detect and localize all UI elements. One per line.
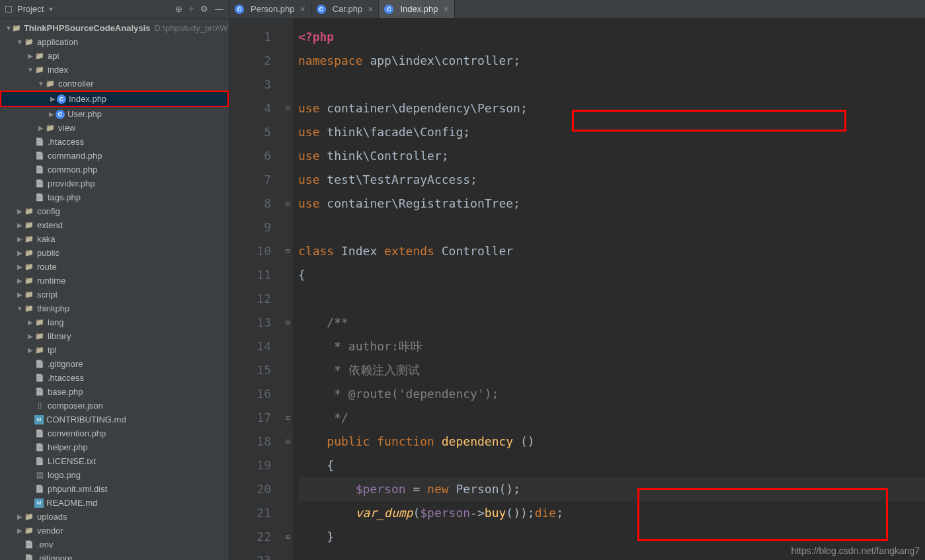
- tree-item[interactable]: controller: [0, 77, 229, 91]
- fold-marker[interactable]: [282, 287, 293, 311]
- tree-arrow-icon[interactable]: [37, 80, 45, 87]
- tree-arrow-icon[interactable]: [16, 249, 24, 257]
- code-line[interactable]: use think\facade\Config;: [298, 120, 925, 144]
- code-line[interactable]: */: [298, 406, 925, 430]
- fold-marker[interactable]: [282, 216, 293, 239]
- editor-tab[interactable]: Car.php×: [311, 0, 380, 18]
- tree-arrow-icon[interactable]: [16, 208, 24, 215]
- tree-item[interactable]: base.php: [0, 385, 229, 399]
- fold-marker[interactable]: [282, 382, 293, 406]
- collapse-icon[interactable]: ÷: [189, 4, 194, 14]
- tree-item[interactable]: uploads: [0, 510, 229, 524]
- close-icon[interactable]: ×: [444, 4, 449, 15]
- tree-item[interactable]: application: [0, 35, 229, 49]
- fold-gutter[interactable]: ⊟⊡⊟⊟⊡⊟⊡: [282, 19, 293, 560]
- fold-marker[interactable]: [282, 263, 293, 287]
- code-line[interactable]: <?php: [298, 25, 925, 49]
- close-icon[interactable]: ×: [300, 4, 305, 15]
- tree-arrow-icon[interactable]: [16, 221, 24, 229]
- tree-item[interactable]: extend: [0, 218, 229, 232]
- tree-arrow-icon[interactable]: [16, 277, 24, 284]
- locate-icon[interactable]: ⊕: [175, 4, 182, 14]
- fold-marker[interactable]: ⊡: [282, 525, 293, 549]
- gear-icon[interactable]: ⚙: [200, 4, 208, 14]
- tree-item[interactable]: command.php: [0, 149, 229, 163]
- tree-item[interactable]: view: [0, 121, 229, 135]
- tree-item[interactable]: tpl: [0, 343, 229, 357]
- tree-arrow-icon[interactable]: [37, 124, 45, 132]
- tree-arrow-icon[interactable]: [26, 333, 34, 340]
- editor-tab[interactable]: Person.php×: [229, 0, 311, 18]
- tree-item[interactable]: tags.php: [0, 190, 229, 204]
- tree-item[interactable]: provider.php: [0, 177, 229, 190]
- fold-marker[interactable]: [282, 25, 293, 49]
- tree-item[interactable]: User.php: [0, 107, 229, 121]
- tree-arrow-icon[interactable]: [16, 291, 24, 298]
- tree-item[interactable]: common.php: [0, 163, 229, 177]
- tree-item[interactable]: .gitignore: [0, 551, 229, 560]
- fold-marker[interactable]: [282, 335, 293, 358]
- tree-item[interactable]: convention.php: [0, 426, 229, 440]
- tree-arrow-icon[interactable]: [49, 95, 57, 102]
- close-icon[interactable]: ×: [368, 4, 373, 15]
- tree-item[interactable]: config: [0, 204, 229, 218]
- fold-marker[interactable]: ⊡: [282, 406, 293, 430]
- code-content[interactable]: <?phpnamespace app\index\controller;use …: [293, 19, 925, 560]
- tree-item[interactable]: ThinkPHPSourceCodeAnalysisD:\phpstudy_pr…: [0, 21, 229, 35]
- tree-arrow-icon[interactable]: [16, 513, 24, 520]
- code-line[interactable]: public function dependency (): [298, 430, 925, 454]
- fold-marker[interactable]: [282, 120, 293, 144]
- code-line[interactable]: [298, 73, 925, 97]
- tree-item[interactable]: thinkphp: [0, 301, 229, 315]
- tree-arrow-icon[interactable]: [26, 66, 34, 73]
- tree-item[interactable]: .htaccess: [0, 371, 229, 385]
- code-line[interactable]: * 依赖注入测试: [298, 358, 925, 382]
- fold-marker[interactable]: [282, 549, 293, 560]
- fold-marker[interactable]: ⊟: [282, 239, 293, 263]
- tree-arrow-icon[interactable]: [16, 305, 24, 312]
- tree-item[interactable]: composer.json: [0, 399, 229, 413]
- tree-arrow-icon[interactable]: [16, 527, 24, 534]
- tree-item[interactable]: vendor: [0, 524, 229, 538]
- tree-item[interactable]: LICENSE.txt: [0, 454, 229, 468]
- code-line[interactable]: use container\dependency\Person;: [298, 97, 925, 120]
- code-line[interactable]: use test\TestArrayAccess;: [298, 168, 925, 192]
- tree-item[interactable]: script: [0, 288, 229, 301]
- tree-item[interactable]: kaka: [0, 232, 229, 246]
- minimize-icon[interactable]: —: [215, 4, 223, 14]
- tree-arrow-icon[interactable]: [16, 235, 24, 243]
- tree-arrow-icon[interactable]: [5, 24, 12, 32]
- code-line[interactable]: var_dump($person->buy());die;: [298, 501, 925, 525]
- code-editor[interactable]: 1234567891011121314151617181920212223 ⊟⊡…: [229, 19, 925, 560]
- fold-marker[interactable]: [282, 358, 293, 382]
- fold-marker[interactable]: [282, 49, 293, 73]
- tree-item[interactable]: api: [0, 49, 229, 63]
- fold-marker[interactable]: ⊡: [282, 192, 293, 216]
- fold-marker[interactable]: [282, 501, 293, 525]
- code-line[interactable]: use container\RegistrationTree;: [298, 192, 925, 216]
- tree-item[interactable]: lang: [0, 315, 229, 329]
- editor-tab[interactable]: Index.php×: [379, 0, 454, 18]
- tree-arrow-icon[interactable]: [16, 263, 24, 270]
- tree-item[interactable]: public: [0, 246, 229, 260]
- tree-item[interactable]: helper.php: [0, 440, 229, 454]
- tree-item[interactable]: logo.png: [0, 468, 229, 482]
- tree-arrow-icon[interactable]: [48, 110, 56, 118]
- tree-item[interactable]: Index.php: [1, 92, 227, 106]
- code-line[interactable]: * @route('dependency');: [298, 382, 925, 406]
- project-tree[interactable]: ThinkPHPSourceCodeAnalysisD:\phpstudy_pr…: [0, 19, 229, 560]
- fold-marker[interactable]: [282, 477, 293, 501]
- tree-arrow-icon[interactable]: [26, 319, 34, 326]
- code-line[interactable]: use think\Controller;: [298, 144, 925, 168]
- tree-arrow-icon[interactable]: [26, 52, 34, 60]
- tree-item[interactable]: README.md: [0, 496, 229, 510]
- tree-item[interactable]: CONTRIBUTING.md: [0, 413, 229, 426]
- tree-item[interactable]: .gitignore: [0, 357, 229, 371]
- tree-item[interactable]: route: [0, 260, 229, 274]
- chevron-down-icon[interactable]: ▼: [48, 6, 54, 13]
- code-line[interactable]: [298, 287, 925, 311]
- fold-marker[interactable]: [282, 73, 293, 97]
- tree-item[interactable]: phpunit.xml.dist: [0, 482, 229, 496]
- fold-marker[interactable]: ⊟: [282, 430, 293, 454]
- fold-marker[interactable]: [282, 144, 293, 168]
